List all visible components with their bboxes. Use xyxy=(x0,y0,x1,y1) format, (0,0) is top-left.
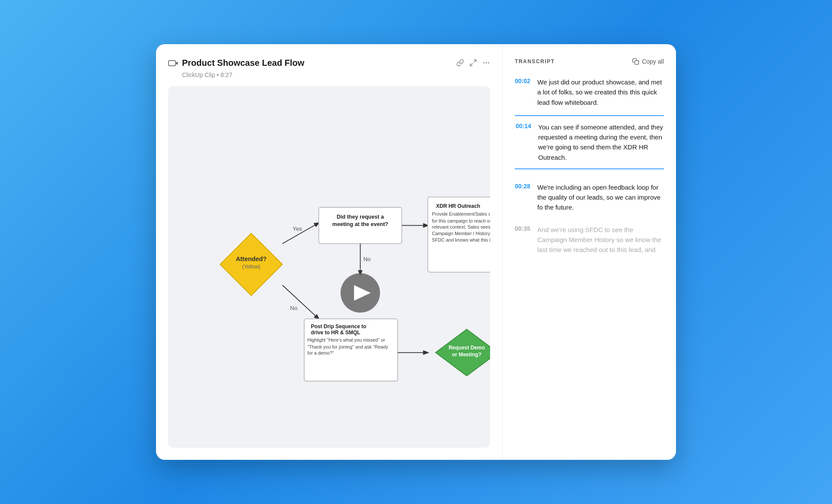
transcript-header: TRANSCRIPT Copy all xyxy=(515,58,664,65)
svg-text:Attended?: Attended? xyxy=(236,255,266,262)
svg-point-4 xyxy=(483,62,484,64)
transcript-item-1: 00:02 We just did our product showcase, … xyxy=(515,75,664,109)
flowchart-svg: Attended? (Yellow) Yes No Did they reque… xyxy=(168,135,490,399)
svg-text:No: No xyxy=(364,256,371,262)
copy-all-label: Copy all xyxy=(642,58,664,65)
transcript-label: TRANSCRIPT xyxy=(515,58,555,65)
svg-text:Request Demo: Request Demo xyxy=(448,345,485,351)
svg-line-2 xyxy=(474,60,476,62)
copy-all-button[interactable]: Copy all xyxy=(632,58,664,65)
svg-point-6 xyxy=(488,62,489,64)
fullscreen-icon[interactable] xyxy=(469,59,477,69)
svg-text:(Yellow): (Yellow) xyxy=(242,264,260,270)
video-actions xyxy=(456,59,490,69)
svg-rect-0 xyxy=(169,61,176,66)
video-meta: ClickUp Clip • 8:27 xyxy=(168,71,490,78)
transcript-text-4: And we're using SFDC to see the Campaign… xyxy=(537,225,664,255)
transcript-text-3: We're including an open feedback loop fo… xyxy=(537,182,664,213)
more-icon[interactable] xyxy=(482,59,490,69)
svg-text:Yes: Yes xyxy=(293,226,302,232)
copy-icon xyxy=(632,58,639,65)
svg-text:No: No xyxy=(290,305,298,311)
transcript-text-1: We just did our product showcase, and me… xyxy=(537,77,664,107)
clip-icon xyxy=(168,59,178,67)
transcript-list: 00:02 We just did our product showcase, … xyxy=(515,75,664,256)
transcript-text-2: You can see if someone attended, and the… xyxy=(538,122,663,162)
transcript-item-2: 00:14 You can see if someone attended, a… xyxy=(515,115,664,169)
right-panel: TRANSCRIPT Copy all 00:02 We just did ou… xyxy=(503,44,676,460)
link-icon[interactable] xyxy=(456,59,464,69)
video-title: Product Showcase Lead Flow xyxy=(182,58,304,68)
svg-text:meeting at the event?: meeting at the event? xyxy=(332,221,388,227)
svg-rect-33 xyxy=(635,61,639,65)
svg-text:Did they request a: Did they request a xyxy=(337,214,384,220)
svg-line-3 xyxy=(470,64,472,66)
transcript-item-4: 00:35 And we're using SFDC to see the Ca… xyxy=(515,223,664,257)
svg-point-5 xyxy=(486,62,487,64)
video-title-row: Product Showcase Lead Flow xyxy=(168,58,304,68)
svg-text:XDR HR Outreach: XDR HR Outreach xyxy=(436,203,480,209)
timestamp-3: 00:28 xyxy=(515,182,530,190)
svg-text:or Meeting?: or Meeting? xyxy=(452,352,481,358)
transcript-item-3: 00:28 We're including an open feedback l… xyxy=(515,181,664,214)
svg-text:Post Drip Sequence to: Post Drip Sequence to xyxy=(311,323,367,330)
left-panel: Product Showcase Lead Flow xyxy=(156,44,503,460)
video-area[interactable]: Attended? (Yellow) Yes No Did they reque… xyxy=(168,86,490,448)
timestamp-2: 00:14 xyxy=(516,122,531,129)
timestamp-1: 00:02 xyxy=(515,77,530,84)
timestamp-4: 00:35 xyxy=(515,225,530,232)
svg-line-12 xyxy=(283,285,319,319)
video-header: Product Showcase Lead Flow xyxy=(168,58,490,69)
main-card: Product Showcase Lead Flow xyxy=(156,44,676,460)
svg-text:drive to HR & SMQL: drive to HR & SMQL xyxy=(311,330,361,336)
